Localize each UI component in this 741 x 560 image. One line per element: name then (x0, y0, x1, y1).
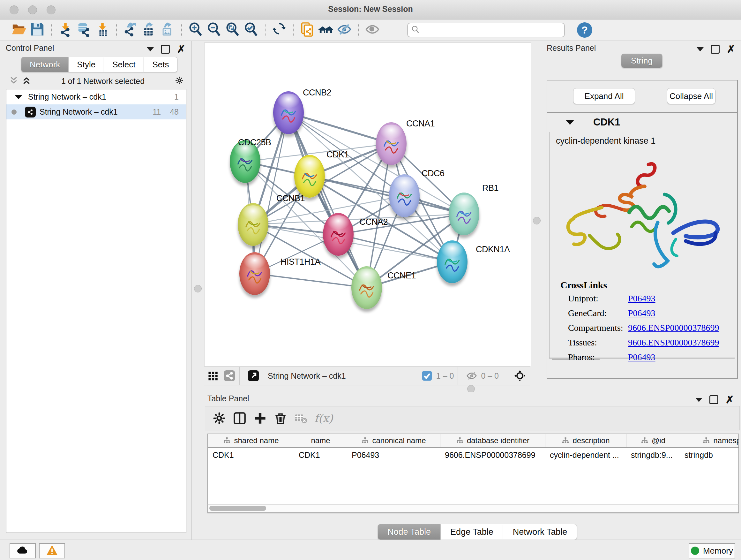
left-splitter-handle[interactable] (194, 285, 202, 293)
node-CDC6[interactable] (389, 174, 420, 217)
show-all-button[interactable] (363, 21, 382, 39)
cloud-status-button[interactable] (10, 543, 36, 558)
gene-box-scrollbar[interactable] (549, 359, 735, 364)
show-columns-icon[interactable] (229, 409, 250, 428)
warning-status-button[interactable] (39, 543, 65, 558)
table-menu-caret-icon[interactable] (695, 398, 702, 402)
tab-network[interactable]: Network (21, 57, 69, 72)
selected-checkbox-icon[interactable] (421, 370, 433, 382)
network-row-selected[interactable]: String Network – cdk1 1148 (6, 105, 186, 119)
crosslink-link[interactable]: P06493 (628, 308, 656, 318)
node-CDKN1A[interactable] (437, 240, 468, 283)
results-menu-caret-icon[interactable] (697, 47, 704, 51)
network-canvas[interactable]: CCNB2CCNA1CDC25BCDK1CDC6RB1CCNB1CCNA2CDK… (204, 43, 531, 367)
memory-button[interactable]: Memory (689, 543, 735, 558)
export-image-button[interactable] (158, 21, 177, 39)
panel-float-icon[interactable] (161, 45, 170, 54)
column-header-shared-name[interactable]: shared name (208, 434, 294, 447)
function-builder-icon[interactable]: f(x) (314, 412, 333, 425)
cell-namespace[interactable]: stringdb (680, 448, 739, 462)
hide-selected-button[interactable] (335, 21, 354, 39)
table-data-row[interactable]: CDK1CDK1P064939606.ENSP00000378699cyclin… (208, 448, 738, 462)
import-network-from-database-button[interactable] (75, 21, 93, 39)
zoom-out-button[interactable] (205, 21, 223, 39)
tab-network-table[interactable]: Network Table (503, 524, 577, 540)
column-header-namespace[interactable]: namespace (680, 434, 739, 447)
node-RB1[interactable] (449, 192, 479, 235)
help-button[interactable]: ? (577, 22, 592, 38)
cell-database-identifier[interactable]: 9606.ENSP00000378699 (441, 448, 545, 462)
table-settings-gear-icon[interactable] (209, 409, 229, 428)
results-float-icon[interactable] (711, 45, 720, 54)
tab-node-table[interactable]: Node Table (378, 524, 441, 540)
bottom-splitter-handle[interactable] (467, 385, 475, 393)
tab-style[interactable]: Style (69, 57, 104, 72)
column-header-description[interactable]: description (545, 434, 626, 447)
node-CCNB1[interactable] (238, 203, 268, 246)
node-CCNA2[interactable] (323, 213, 354, 256)
crosshair-navigate-icon[interactable] (514, 370, 526, 382)
table-close-icon[interactable]: ✗ (725, 396, 734, 403)
column-header--id[interactable]: @id (626, 434, 680, 447)
node-table-grid[interactable]: shared namenamecanonical namedatabase id… (207, 434, 739, 513)
expand-all-button[interactable]: Expand All (573, 88, 635, 104)
search-box[interactable] (407, 23, 565, 37)
duplicate-network-button[interactable] (298, 21, 317, 39)
column-header-name[interactable]: name (294, 434, 347, 447)
gene-collapse-triangle-icon[interactable] (566, 120, 574, 125)
node-CDK1[interactable] (294, 155, 325, 198)
panel-menu-caret-icon[interactable] (147, 47, 154, 51)
gene-header[interactable]: CDK1 (547, 113, 737, 131)
node-CCNA1[interactable] (376, 122, 407, 165)
collapse-all-chevron-icon[interactable] (9, 76, 18, 86)
column-header-canonical-name[interactable]: canonical name (347, 434, 441, 447)
refresh-button[interactable] (270, 21, 288, 39)
grid-view-icon[interactable] (207, 370, 219, 382)
import-network-button[interactable] (56, 21, 75, 39)
open-session-button[interactable] (10, 21, 28, 39)
scrollbar-thumb[interactable] (209, 506, 266, 511)
network-collection-row[interactable]: String Network – cdk1 1 (6, 89, 186, 105)
column-header-database-identifier[interactable]: database identifier (441, 434, 545, 447)
node-CCNB2[interactable] (273, 91, 304, 134)
zoom-selected-button[interactable] (242, 21, 260, 39)
search-input[interactable] (422, 25, 561, 35)
delete-column-trash-icon[interactable] (270, 409, 291, 428)
cell-description[interactable]: cyclin-dependent ... (545, 448, 626, 462)
open-in-new-window-icon[interactable] (247, 370, 259, 382)
cell--id[interactable]: stringdb:9... (626, 448, 680, 462)
crosslink-link[interactable]: 9606.ENSP00000378699 (628, 337, 719, 348)
panel-close-icon[interactable]: ✗ (177, 46, 185, 53)
network-badge-icon[interactable] (223, 370, 235, 382)
export-network-button[interactable] (121, 21, 140, 39)
collection-expand-triangle-icon[interactable] (15, 95, 22, 99)
table-horizontal-scrollbar[interactable] (207, 504, 739, 513)
first-neighbors-button[interactable] (317, 21, 335, 39)
results-close-icon[interactable]: ✗ (727, 46, 735, 53)
cell-shared-name[interactable]: CDK1 (208, 448, 294, 462)
add-column-plus-icon[interactable] (250, 409, 270, 428)
crosslink-link[interactable]: P06493 (628, 294, 656, 304)
import-table-button[interactable] (93, 21, 112, 39)
export-table-button[interactable] (140, 21, 158, 39)
hidden-eye-slash-icon[interactable] (466, 370, 478, 382)
zoom-in-button[interactable] (186, 21, 205, 39)
node-HIST1H1A[interactable] (239, 252, 270, 295)
cell-name[interactable]: CDK1 (294, 448, 347, 462)
cell-canonical-name[interactable]: P06493 (347, 448, 441, 462)
expand-all-chevron-icon[interactable] (22, 76, 31, 86)
right-splitter-handle[interactable] (533, 217, 541, 225)
zoom-selected-icon (244, 22, 259, 38)
save-session-button[interactable] (28, 21, 47, 39)
tab-sets[interactable]: Sets (144, 57, 178, 72)
crosslink-link[interactable]: 9606.ENSP00000378699 (628, 323, 719, 333)
tab-edge-table[interactable]: Edge Table (441, 524, 503, 540)
network-options-gear-icon[interactable] (175, 76, 184, 86)
table-float-icon[interactable] (710, 395, 718, 404)
zoom-fit-button[interactable] (223, 21, 242, 39)
tab-select[interactable]: Select (104, 57, 144, 72)
collapse-all-button[interactable]: Collapse All (667, 88, 716, 104)
node-CCNE1[interactable] (351, 266, 382, 309)
delete-table-icon[interactable] (291, 409, 311, 428)
results-tab-string[interactable]: String (621, 54, 662, 68)
